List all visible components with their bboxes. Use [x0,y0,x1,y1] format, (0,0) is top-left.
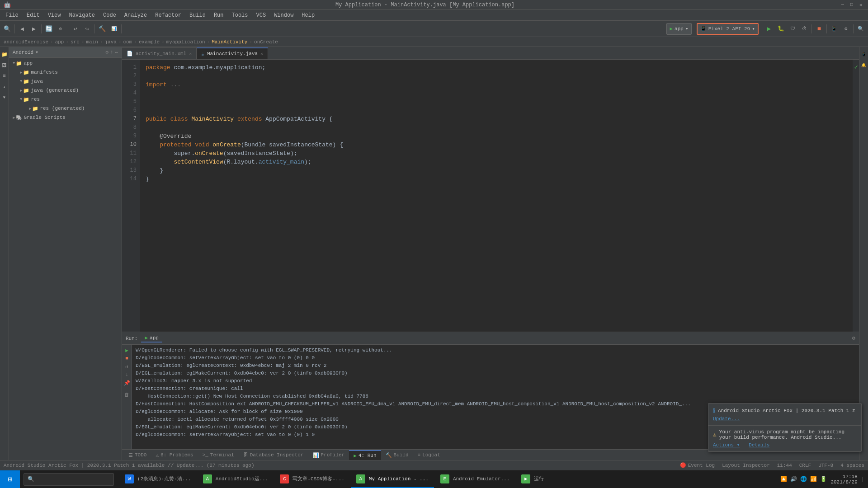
taskbar-app-emulator[interactable]: E Android Emulator... [435,471,515,488]
avd-manager[interactable]: 📱 [829,23,840,34]
tab-terminal[interactable]: >_ Terminal [198,450,239,460]
tab-todo[interactable]: ☰ TODO [124,450,151,460]
status-update-text[interactable]: Android Studio Arctic Fox | 2020.3.1 Pat… [4,463,255,468]
breadcrumb-java[interactable]: java [105,39,117,45]
tree-item-res[interactable]: ▼ 📁 res [9,95,122,104]
breadcrumb-main[interactable]: main [86,39,98,45]
maximize-button[interactable]: □ [848,1,855,9]
sync-icon[interactable]: ↕ [110,49,113,55]
project-dropdown[interactable]: Android ▾ [13,49,38,55]
menu-run[interactable]: Run [210,11,227,19]
menu-build[interactable]: Build [186,11,209,19]
breadcrumb-mainactivity[interactable]: MainActivity [212,39,247,45]
tab-build[interactable]: 🔨 Build [381,450,413,460]
minimize-button[interactable]: — [839,1,846,9]
menu-help[interactable]: Help [298,11,318,19]
breadcrumb-src[interactable]: src [71,39,80,45]
resource-manager-icon[interactable]: 🖼 [1,61,8,69]
toolbar-run-config[interactable]: ⚙ [55,23,66,34]
sdk-manager[interactable]: ⚙ [840,23,851,34]
line-col-display[interactable]: 11:44 [777,462,792,468]
close-button[interactable]: ✕ [857,1,864,9]
run-panel-settings-icon[interactable]: ⚙ [852,335,855,342]
tree-item-java[interactable]: ▼ 📁 java [9,77,122,86]
clear-btn[interactable]: 🗑 [123,391,131,398]
tab-problems[interactable]: ⚠ 6: Problems [151,450,198,460]
toolbar-undo[interactable]: ↩ [70,23,81,34]
pin-btn[interactable]: 📌 [123,379,131,386]
code-content[interactable]: package com.example.myapplication; impor… [140,60,853,332]
profile-button[interactable]: ⏱ [799,23,810,34]
stop-button[interactable]: ■ [814,23,825,34]
taskbar-show-desktop[interactable]: | [861,476,864,483]
java-tab-close[interactable]: ✕ [260,51,263,56]
breadcrumb-oncreate[interactable]: onCreate [254,39,278,45]
encoding-btn[interactable]: UTF-8 [818,462,833,468]
details-link[interactable]: Details [749,442,769,448]
taskbar-search[interactable]: 🔍 [24,473,114,486]
taskbar-app-csdn[interactable]: C 写文章-CSDN博客-... [274,471,349,488]
taskbar-app-run[interactable]: ▶ 运行 [516,471,584,488]
tree-item-res-generated[interactable]: ▶ 📁 res (generated) [9,104,122,113]
menu-analyze[interactable]: Analyze [121,11,151,19]
layout-inspector-btn[interactable]: Layout Inspector [722,462,770,468]
notifications-icon[interactable]: 🔔 [860,61,868,69]
structure-icon[interactable]: ≡ [1,72,8,80]
rerun-btn[interactable]: ↺ [123,363,131,370]
project-icon[interactable]: 📁 [1,51,8,58]
tree-item-manifests[interactable]: ▶ 📁 manifests [9,68,122,77]
taskbar-time[interactable]: 17:18 2021/8/29 [830,474,857,485]
taskbar-app-as1[interactable]: A AndroidStudio运... [198,471,274,488]
toolbar-redo[interactable]: ↪ [82,23,93,34]
actions-link[interactable]: Actions ▾ [713,442,740,448]
taskbar-app-weixin[interactable]: W (2条消息)·点赞·清... [119,471,197,488]
xml-tab-close[interactable]: ✕ [189,51,192,56]
event-log-btn[interactable]: 🔴 Event Log [680,462,715,468]
taskbar-app-myapp[interactable]: A My Application - ... [351,471,434,488]
menu-refactor[interactable]: Refactor [151,11,185,19]
toolbar-analyze[interactable]: 📊 [108,23,119,34]
tab-activity-main-xml[interactable]: 📄 activity_main.xml ✕ [122,47,197,59]
toolbar-sync[interactable]: 🔄 [43,23,54,34]
toolbar-back[interactable]: ◀ [17,23,28,34]
tab-logcat[interactable]: ≡ Logcat [413,450,445,460]
run-coverage[interactable]: 🛡 [787,23,798,34]
stop-btn[interactable]: ■ [123,355,131,362]
spaces-btn[interactable]: 4 spaces [840,462,864,468]
gear-icon[interactable]: ⚙ [105,49,108,55]
device-manager-icon[interactable]: 📱 [860,51,868,58]
tree-item-java-generated[interactable]: ▶ 📁 java (generated) [9,86,122,95]
breadcrumb-com[interactable]: com [123,39,132,45]
device-select[interactable]: 📱 Pixel 2 API 29 ▾ [697,23,759,35]
run-config-select[interactable]: ▶ app ▾ [666,23,691,35]
update-link[interactable]: Update... [713,416,740,422]
tree-item-app[interactable]: ▼ 📁 app [9,59,122,68]
run-app-tab[interactable]: ▶ app [141,334,162,343]
toolbar-forward[interactable]: ▶ [28,23,39,34]
menu-navigate[interactable]: Navigate [65,11,99,19]
toolbar-search-btn[interactable]: 🔍 [2,23,13,34]
breadcrumb-example[interactable]: example [139,39,160,45]
scroll-end-btn[interactable]: ↓ [123,371,131,378]
favorites-icon[interactable]: ♥ [1,94,8,101]
toolbar-build-btn[interactable]: 🔨 [97,23,108,34]
crlf-btn[interactable]: CRLF [799,462,811,468]
more-icon[interactable]: ⋯ [115,49,118,55]
menu-tools[interactable]: Tools [228,11,252,19]
menu-code[interactable]: Code [99,11,120,19]
tab-profiler[interactable]: 📊 Profiler [308,450,349,460]
tab-run[interactable]: ▶ 4: Run [349,450,381,460]
debug-button[interactable]: 🐛 [775,23,786,34]
bookmarks-icon[interactable]: ★ [1,83,8,90]
breadcrumb-android-exercise[interactable]: androidExercise [4,39,48,45]
tree-item-gradle[interactable]: ▶ 🐘 Gradle Scripts [9,113,122,122]
search-toolbar[interactable]: 🔍 [855,23,866,34]
tab-mainactivity-java[interactable]: ☕ MainActivity.java ✕ [197,47,268,59]
breadcrumb-myapplication[interactable]: myapplication [166,39,205,45]
menu-edit[interactable]: Edit [23,11,43,19]
menu-file[interactable]: File [2,11,22,19]
breadcrumb-app[interactable]: app [55,39,64,45]
menu-view[interactable]: View [44,11,65,19]
run-btn[interactable]: ▶ [123,347,131,354]
menu-vcs[interactable]: VCS [253,11,270,19]
